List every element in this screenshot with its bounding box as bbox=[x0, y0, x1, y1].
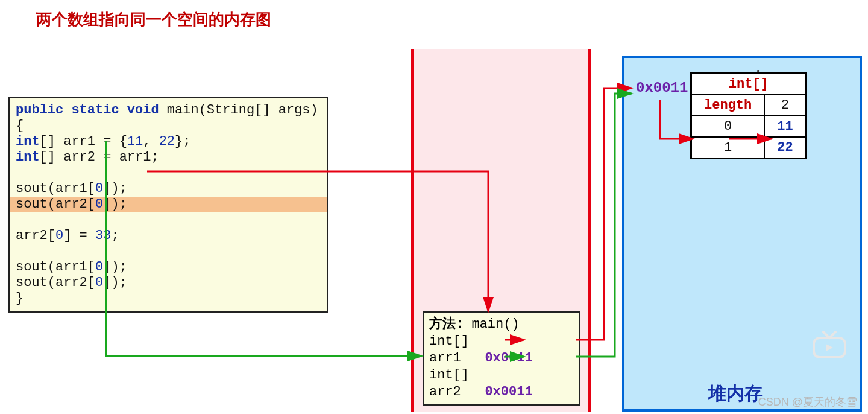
tv-watermark-icon bbox=[811, 330, 848, 360]
method-header: 方法: main() bbox=[429, 316, 574, 333]
keyword-public: public bbox=[16, 103, 63, 118]
value-1: 22 bbox=[764, 137, 806, 159]
code-line-highlighted: sout(arr2[0]); bbox=[10, 197, 327, 212]
code-block: public static void main(String[] args) {… bbox=[8, 97, 328, 313]
heap-memory-label: 堆内存 bbox=[708, 381, 763, 406]
keyword-static: static bbox=[71, 103, 119, 118]
keyword-int: int bbox=[16, 134, 40, 149]
index-1: 1 bbox=[691, 137, 765, 159]
stack-var-arr2: int[] arr2 0x0011 bbox=[429, 367, 574, 401]
code-line: } bbox=[16, 291, 321, 307]
length-value: 2 bbox=[764, 95, 806, 116]
keyword-int: int bbox=[16, 150, 40, 165]
index-0: 0 bbox=[691, 116, 765, 137]
stack-frame-box: 方法: main() int[] arr1 0x0011 int[] arr2 … bbox=[423, 311, 580, 406]
code-line: public static void main(String[] args) { bbox=[16, 103, 321, 134]
heap-array-table: int[] length 2 0 11 1 22 bbox=[690, 72, 807, 159]
watermark-text: CSDN @夏天的冬雪 bbox=[758, 395, 857, 409]
code-line: sout(arr1[0]); bbox=[16, 181, 321, 197]
keyword-void: void bbox=[127, 103, 159, 118]
code-line: int[] arr2 = arr1; bbox=[16, 150, 321, 165]
code-line: sout(arr1[0]); bbox=[16, 260, 321, 275]
stack-var-arr1: int[] arr1 0x0011 bbox=[429, 333, 574, 367]
code-line: arr2[0] = 33; bbox=[16, 228, 321, 244]
code-line bbox=[16, 244, 321, 260]
code-line: sout(arr2[0]); bbox=[16, 275, 321, 291]
code-line bbox=[16, 165, 321, 181]
diagram-title: 两个数组指向同一个空间的内存图 bbox=[36, 9, 271, 30]
heap-object-address: 0x0011 bbox=[636, 80, 688, 96]
value-0: 11 bbox=[764, 116, 806, 137]
code-line: int[] arr1 = {11, 22}; bbox=[16, 134, 321, 150]
length-label: length bbox=[691, 95, 765, 116]
heap-type-header: int[] bbox=[691, 74, 807, 95]
code-line bbox=[16, 212, 321, 228]
